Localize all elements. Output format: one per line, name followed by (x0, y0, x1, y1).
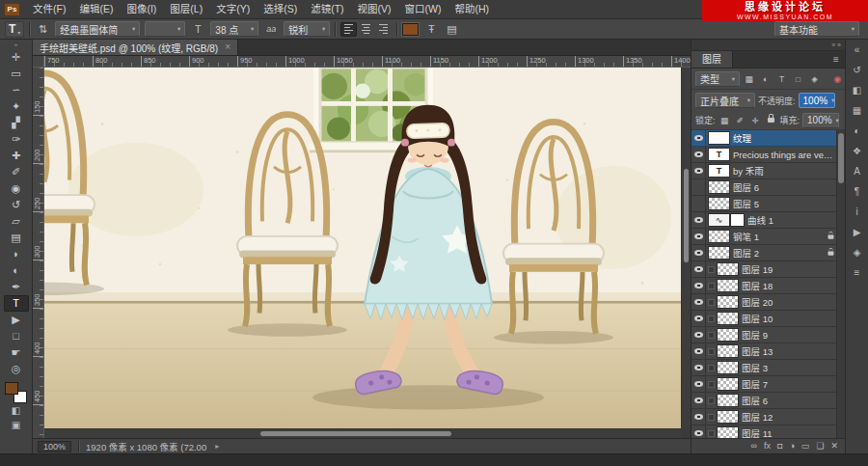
layers-scrollbar[interactable] (836, 130, 845, 438)
healing-brush-tool[interactable]: ✚ (4, 148, 29, 164)
visibility-toggle[interactable] (692, 425, 706, 438)
layer-thumbnail[interactable] (718, 345, 738, 357)
menu-item[interactable]: 图层(L) (163, 0, 209, 18)
layer-name[interactable]: 图层 5 (733, 197, 834, 210)
vertical-ruler[interactable]: 150200250300350400450500 (33, 68, 44, 438)
tool-preset-picker[interactable]: T ▾ (5, 21, 24, 38)
layer-row[interactable]: 图层 5 (692, 196, 845, 212)
layer-thumbnail[interactable] (718, 378, 738, 390)
filter-smart-icon[interactable]: ◈ (807, 72, 822, 86)
zoom-level-field[interactable]: 100% (38, 441, 71, 452)
screen-mode-icon[interactable]: ▣ (4, 418, 29, 432)
new-group-icon[interactable]: ▭ (801, 442, 810, 451)
filter-shape-icon[interactable]: □ (791, 72, 805, 86)
layer-name[interactable]: 曲线 1 (747, 213, 834, 227)
fill-field[interactable]: 100%▾ (802, 113, 839, 128)
layer-row[interactable]: 图层 11 (692, 425, 845, 438)
anti-alias-select[interactable]: 锐利▾ (284, 21, 330, 37)
visibility-toggle[interactable] (692, 376, 706, 392)
layer-name[interactable]: 图层 19 (742, 262, 834, 276)
layer-thumbnail[interactable] (709, 149, 729, 160)
swatches-panel-icon[interactable]: ▦ (848, 100, 867, 121)
visibility-toggle[interactable] (692, 147, 706, 162)
layer-thumbnail[interactable] (718, 362, 738, 373)
styles-panel-icon[interactable]: ❖ (848, 141, 867, 161)
clone-stamp-tool[interactable]: ◉ (4, 180, 29, 197)
crop-tool[interactable]: ▞ (4, 115, 29, 131)
shape-tool[interactable]: □ (4, 328, 29, 344)
toolbar-collapse-icon[interactable]: » (14, 40, 17, 49)
scrollbar-thumb[interactable] (260, 431, 451, 436)
zoom-tool[interactable]: ◎ (4, 361, 29, 377)
visibility-toggle[interactable] (692, 196, 706, 211)
blend-mode-select[interactable]: 正片叠底▾ (695, 93, 755, 108)
align-center-button[interactable] (358, 22, 374, 37)
layer-row[interactable]: 纹理 (692, 130, 845, 147)
layer-thumbnail[interactable] (718, 329, 738, 341)
opacity-field[interactable]: 100%▾ (799, 93, 835, 108)
properties-panel-icon[interactable]: ≡ (848, 262, 867, 283)
font-style-select[interactable]: ▾ (145, 21, 185, 37)
color-panel-icon[interactable]: ◧ (848, 80, 867, 100)
layer-thumbnail[interactable] (709, 214, 729, 226)
menu-item[interactable]: 窗口(W) (398, 0, 448, 18)
link-layers-icon[interactable]: ∞ (751, 442, 757, 451)
layer-name[interactable]: Precious things are very ... (733, 150, 834, 160)
layer-row[interactable]: 曲线 1 (692, 212, 845, 229)
visibility-toggle[interactable] (692, 360, 706, 375)
quick-mask-icon[interactable]: ◧ (4, 403, 29, 418)
visibility-toggle[interactable] (692, 311, 706, 326)
new-adjustment-icon[interactable]: ◑ (789, 442, 794, 451)
filter-type-select[interactable]: 类型▾ (695, 71, 740, 87)
layer-row[interactable]: 图层 10 (692, 311, 845, 327)
horizontal-ruler[interactable]: 7508008509009501000105011001150120012501… (44, 56, 691, 68)
layer-name[interactable]: 图层 12 (742, 410, 834, 424)
layer-row[interactable]: Precious things are very ... (692, 147, 845, 163)
layer-name[interactable]: 图层 10 (742, 312, 834, 325)
canvas-horizontal-scrollbar[interactable] (44, 428, 681, 438)
layer-thumbnail[interactable] (709, 231, 729, 242)
menu-item[interactable]: 编辑(E) (72, 0, 120, 18)
layer-row[interactable]: 图层 9 (692, 327, 845, 343)
foreground-color-swatch[interactable] (5, 382, 18, 395)
canvas-vertical-scrollbar[interactable] (681, 68, 691, 428)
visibility-toggle[interactable] (692, 409, 706, 425)
layer-name[interactable]: 图层 18 (742, 279, 834, 292)
filter-pixel-icon[interactable]: ▦ (742, 72, 756, 86)
collapse-panels-icon[interactable]: « (848, 40, 867, 60)
menu-item[interactable]: 文件(F) (26, 0, 72, 18)
delete-layer-icon[interactable]: ✕ (830, 442, 838, 451)
font-family-select[interactable]: 经典墨圈体简▾ (55, 21, 140, 37)
layer-thumbnail[interactable] (718, 296, 738, 308)
warp-text-icon[interactable]: Ŧ (423, 21, 439, 37)
filter-type-icon[interactable]: T (774, 72, 789, 86)
layer-thumbnail[interactable] (718, 395, 738, 406)
visibility-toggle[interactable] (692, 393, 706, 408)
layer-row[interactable]: 图层 20 (692, 294, 845, 311)
layer-row[interactable]: 图层 12 (692, 409, 845, 425)
visibility-toggle[interactable] (692, 229, 706, 244)
close-icon[interactable]: × (225, 42, 231, 52)
lock-position-icon[interactable]: ✛ (749, 114, 762, 126)
lasso-tool[interactable]: ∽ (4, 82, 29, 98)
menu-item[interactable]: 滤镜(T) (304, 0, 350, 18)
info-panel-icon[interactable]: i (848, 202, 867, 222)
filter-toggle-icon[interactable]: ◉ (833, 74, 841, 84)
tab-layers[interactable]: 图层 (692, 51, 733, 68)
eraser-tool[interactable]: ▱ (4, 213, 29, 230)
visibility-toggle[interactable] (692, 294, 706, 310)
menu-item[interactable]: 视图(V) (351, 0, 398, 18)
ruler-origin[interactable] (33, 56, 44, 68)
panel-menu-icon[interactable]: ≡ (827, 51, 845, 68)
add-mask-icon[interactable]: ◘ (777, 442, 782, 451)
filter-adjustment-icon[interactable]: ◐ (758, 72, 773, 86)
dodge-tool[interactable]: ◐ (4, 262, 29, 279)
layer-name[interactable]: 图层 2 (733, 246, 825, 260)
brush-tool[interactable]: ✐ (4, 164, 29, 180)
document-tab[interactable]: 手绘甜美壁纸.psd @ 100% (纹理, RGB/8) × (33, 40, 238, 55)
menu-item[interactable]: 帮助(H) (448, 0, 497, 18)
font-size-select[interactable]: 38 点▾ (210, 21, 258, 37)
canvas[interactable] (44, 68, 681, 428)
layer-thumbnail[interactable] (709, 181, 729, 193)
dock-collapse-icon[interactable]: » » (692, 40, 845, 51)
